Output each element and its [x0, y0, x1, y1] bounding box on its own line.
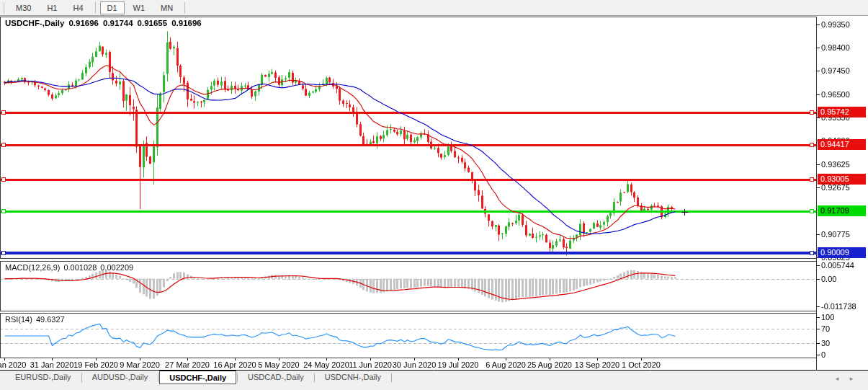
price-chart-canvas[interactable] — [0, 0, 868, 390]
chart-tab-eurusd[interactable]: EURUSD-,Daily — [6, 371, 81, 383]
macd-indicator-label: MACD(12,26,9)0.0010280.002209 — [5, 263, 137, 272]
symbol-name: USDCHF-,Daily — [5, 19, 64, 27]
tab-divider — [237, 373, 238, 382]
tab-divider — [81, 373, 82, 382]
high-value: 0.91744 — [103, 19, 133, 27]
chart-title: USDCHF-,Daily0.916960.917440.916550.9169… — [5, 19, 206, 27]
timeframe-button-h1[interactable]: H1 — [40, 1, 64, 14]
open-value: 0.91696 — [68, 19, 99, 27]
chart-tab-usdcad[interactable]: USDCAD-,Daily — [238, 371, 313, 383]
timeframe-button-w1[interactable]: W1 — [126, 1, 153, 14]
chart-tab-audusd[interactable]: AUDUSD-,Daily — [83, 371, 158, 383]
tabs-scroll-right-button[interactable]: ▸ — [846, 374, 856, 383]
timeframe-button-mn[interactable]: MN — [153, 1, 180, 14]
chart-tab-bar: EURUSD-,DailyAUDUSD-,DailyUSDCHF-,DailyU… — [0, 371, 868, 390]
chart-tab-usdcnh[interactable]: USDCNH-,Daily — [316, 371, 390, 383]
low-value: 0.91655 — [138, 19, 168, 27]
timeframe-toolbar: M30H1H4D1W1MN — [0, 0, 868, 16]
timeframe-button-group: M30H1H4D1W1MN — [0, 1, 189, 14]
macd-name: MACD(12,26,9) — [5, 263, 60, 272]
close-value: 0.91696 — [171, 19, 202, 27]
scroll-right-icon: ▸ — [850, 375, 854, 382]
rsi-indicator-label: RSI(14)49.6327 — [5, 315, 68, 324]
chart-tabs: EURUSD-,DailyAUDUSD-,DailyUSDCHF-,DailyU… — [6, 371, 393, 384]
tabs-scroll-left-button[interactable]: ◂ — [832, 374, 842, 383]
timeframe-button-d1[interactable]: D1 — [100, 1, 125, 14]
chart-tab-usdchf[interactable]: USDCHF-,Daily — [159, 371, 236, 384]
timeframe-button-h4[interactable]: H4 — [66, 1, 90, 14]
toolbar-separator — [95, 2, 96, 14]
tab-divider — [314, 373, 315, 382]
timeframe-button-m30[interactable]: M30 — [9, 1, 38, 14]
macd-signal-value: 0.002209 — [100, 263, 133, 272]
tab-divider — [391, 373, 392, 382]
scroll-left-icon: ◂ — [836, 375, 839, 382]
rsi-name: RSI(14) — [5, 315, 32, 324]
tab-divider — [158, 373, 158, 382]
macd-main-value: 0.001028 — [63, 263, 97, 272]
toolbar-separator — [4, 2, 4, 14]
toolbar-separator — [184, 2, 185, 14]
mt4-chart-window: M30H1H4D1W1MN USDCHF-,Daily0.916960.9174… — [0, 0, 868, 390]
rsi-value: 49.6327 — [36, 315, 65, 324]
